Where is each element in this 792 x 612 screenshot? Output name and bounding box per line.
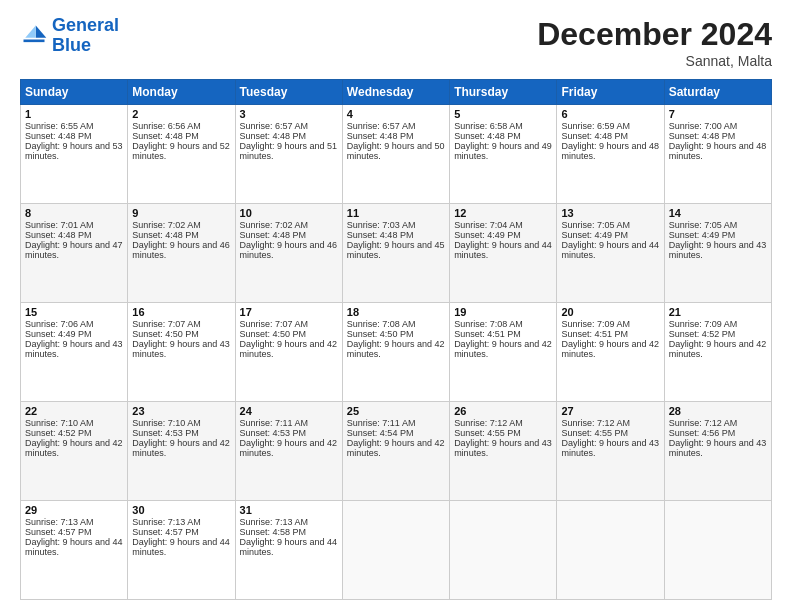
daylight-text: Daylight: 9 hours and 44 minutes.	[132, 537, 230, 557]
day-number: 15	[25, 306, 123, 318]
sunset-text: Sunset: 4:56 PM	[669, 428, 736, 438]
logo-icon	[20, 22, 48, 50]
day-number: 18	[347, 306, 445, 318]
day-number: 10	[240, 207, 338, 219]
daylight-text: Daylight: 9 hours and 46 minutes.	[240, 240, 338, 260]
daylight-text: Daylight: 9 hours and 42 minutes.	[25, 438, 123, 458]
calendar-cell: 4Sunrise: 6:57 AMSunset: 4:48 PMDaylight…	[342, 105, 449, 204]
calendar-cell: 16Sunrise: 7:07 AMSunset: 4:50 PMDayligh…	[128, 303, 235, 402]
calendar-cell: 31Sunrise: 7:13 AMSunset: 4:58 PMDayligh…	[235, 501, 342, 600]
sunset-text: Sunset: 4:51 PM	[561, 329, 628, 339]
daylight-text: Daylight: 9 hours and 45 minutes.	[347, 240, 445, 260]
daylight-text: Daylight: 9 hours and 44 minutes.	[561, 240, 659, 260]
calendar-cell: 13Sunrise: 7:05 AMSunset: 4:49 PMDayligh…	[557, 204, 664, 303]
sunset-text: Sunset: 4:54 PM	[347, 428, 414, 438]
sunrise-text: Sunrise: 7:01 AM	[25, 220, 94, 230]
sunrise-text: Sunrise: 7:11 AM	[240, 418, 309, 428]
sunset-text: Sunset: 4:55 PM	[454, 428, 521, 438]
calendar-week-row: 1Sunrise: 6:55 AMSunset: 4:48 PMDaylight…	[21, 105, 772, 204]
calendar-header-tuesday: Tuesday	[235, 80, 342, 105]
calendar-cell: 26Sunrise: 7:12 AMSunset: 4:55 PMDayligh…	[450, 402, 557, 501]
sunset-text: Sunset: 4:50 PM	[240, 329, 307, 339]
sunrise-text: Sunrise: 7:12 AM	[561, 418, 630, 428]
daylight-text: Daylight: 9 hours and 52 minutes.	[132, 141, 230, 161]
day-number: 23	[132, 405, 230, 417]
daylight-text: Daylight: 9 hours and 53 minutes.	[25, 141, 123, 161]
logo: General Blue	[20, 16, 119, 56]
daylight-text: Daylight: 9 hours and 42 minutes.	[669, 339, 767, 359]
day-number: 28	[669, 405, 767, 417]
day-number: 22	[25, 405, 123, 417]
logo-line2: Blue	[52, 35, 91, 55]
sunset-text: Sunset: 4:48 PM	[240, 131, 307, 141]
calendar-header-row: SundayMondayTuesdayWednesdayThursdayFrid…	[21, 80, 772, 105]
day-number: 12	[454, 207, 552, 219]
day-number: 29	[25, 504, 123, 516]
sunrise-text: Sunrise: 7:08 AM	[454, 319, 523, 329]
sunrise-text: Sunrise: 7:13 AM	[240, 517, 309, 527]
sunset-text: Sunset: 4:57 PM	[132, 527, 199, 537]
calendar-cell: 12Sunrise: 7:04 AMSunset: 4:49 PMDayligh…	[450, 204, 557, 303]
sunset-text: Sunset: 4:48 PM	[454, 131, 521, 141]
calendar-cell: 30Sunrise: 7:13 AMSunset: 4:57 PMDayligh…	[128, 501, 235, 600]
calendar-header-saturday: Saturday	[664, 80, 771, 105]
sunrise-text: Sunrise: 6:55 AM	[25, 121, 94, 131]
calendar-cell: 7Sunrise: 7:00 AMSunset: 4:48 PMDaylight…	[664, 105, 771, 204]
calendar-header-sunday: Sunday	[21, 80, 128, 105]
calendar-week-row: 15Sunrise: 7:06 AMSunset: 4:49 PMDayligh…	[21, 303, 772, 402]
daylight-text: Daylight: 9 hours and 50 minutes.	[347, 141, 445, 161]
day-number: 17	[240, 306, 338, 318]
day-number: 6	[561, 108, 659, 120]
sunrise-text: Sunrise: 7:12 AM	[454, 418, 523, 428]
daylight-text: Daylight: 9 hours and 42 minutes.	[347, 438, 445, 458]
sunrise-text: Sunrise: 7:12 AM	[669, 418, 738, 428]
day-number: 19	[454, 306, 552, 318]
day-number: 25	[347, 405, 445, 417]
daylight-text: Daylight: 9 hours and 42 minutes.	[561, 339, 659, 359]
logo-text: General Blue	[52, 16, 119, 56]
daylight-text: Daylight: 9 hours and 43 minutes.	[132, 339, 230, 359]
daylight-text: Daylight: 9 hours and 47 minutes.	[25, 240, 123, 260]
day-number: 31	[240, 504, 338, 516]
sunset-text: Sunset: 4:51 PM	[454, 329, 521, 339]
day-number: 8	[25, 207, 123, 219]
calendar-cell: 19Sunrise: 7:08 AMSunset: 4:51 PMDayligh…	[450, 303, 557, 402]
sunset-text: Sunset: 4:48 PM	[25, 131, 92, 141]
calendar-header-thursday: Thursday	[450, 80, 557, 105]
calendar-header-wednesday: Wednesday	[342, 80, 449, 105]
sunset-text: Sunset: 4:53 PM	[132, 428, 199, 438]
sunset-text: Sunset: 4:48 PM	[669, 131, 736, 141]
sunrise-text: Sunrise: 7:02 AM	[240, 220, 309, 230]
sunset-text: Sunset: 4:49 PM	[561, 230, 628, 240]
daylight-text: Daylight: 9 hours and 44 minutes.	[240, 537, 338, 557]
day-number: 26	[454, 405, 552, 417]
day-number: 14	[669, 207, 767, 219]
sunrise-text: Sunrise: 6:57 AM	[347, 121, 416, 131]
sunset-text: Sunset: 4:48 PM	[347, 131, 414, 141]
daylight-text: Daylight: 9 hours and 49 minutes.	[454, 141, 552, 161]
calendar-cell	[664, 501, 771, 600]
logo-line1: General	[52, 15, 119, 35]
calendar-cell: 9Sunrise: 7:02 AMSunset: 4:48 PMDaylight…	[128, 204, 235, 303]
page: General Blue December 2024 Sannat, Malta…	[0, 0, 792, 612]
sunrise-text: Sunrise: 7:06 AM	[25, 319, 94, 329]
calendar-cell: 15Sunrise: 7:06 AMSunset: 4:49 PMDayligh…	[21, 303, 128, 402]
sunset-text: Sunset: 4:52 PM	[669, 329, 736, 339]
day-number: 21	[669, 306, 767, 318]
header: General Blue December 2024 Sannat, Malta	[20, 16, 772, 69]
sunrise-text: Sunrise: 7:04 AM	[454, 220, 523, 230]
calendar-cell: 11Sunrise: 7:03 AMSunset: 4:48 PMDayligh…	[342, 204, 449, 303]
calendar-cell: 22Sunrise: 7:10 AMSunset: 4:52 PMDayligh…	[21, 402, 128, 501]
calendar-cell	[342, 501, 449, 600]
calendar-cell: 1Sunrise: 6:55 AMSunset: 4:48 PMDaylight…	[21, 105, 128, 204]
sunrise-text: Sunrise: 7:07 AM	[132, 319, 201, 329]
calendar-week-row: 8Sunrise: 7:01 AMSunset: 4:48 PMDaylight…	[21, 204, 772, 303]
daylight-text: Daylight: 9 hours and 44 minutes.	[454, 240, 552, 260]
calendar-cell: 10Sunrise: 7:02 AMSunset: 4:48 PMDayligh…	[235, 204, 342, 303]
daylight-text: Daylight: 9 hours and 43 minutes.	[669, 240, 767, 260]
day-number: 2	[132, 108, 230, 120]
sunrise-text: Sunrise: 6:57 AM	[240, 121, 309, 131]
calendar-cell: 18Sunrise: 7:08 AMSunset: 4:50 PMDayligh…	[342, 303, 449, 402]
daylight-text: Daylight: 9 hours and 51 minutes.	[240, 141, 338, 161]
daylight-text: Daylight: 9 hours and 43 minutes.	[454, 438, 552, 458]
